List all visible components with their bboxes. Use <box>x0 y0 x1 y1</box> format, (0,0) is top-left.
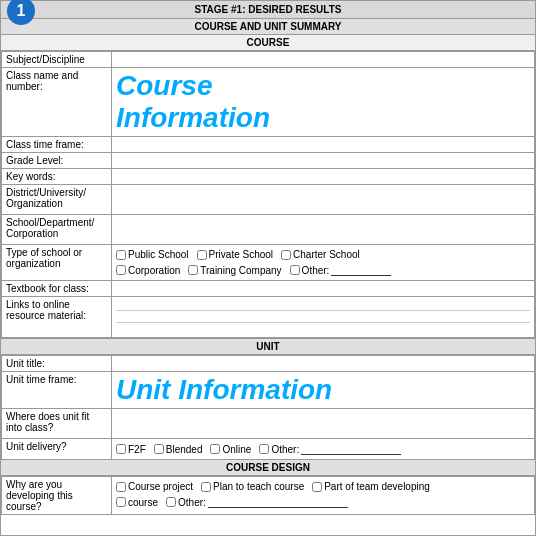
table-row: Subject/Discipline <box>2 52 535 68</box>
course-table: Subject/Discipline Class name andnumber:… <box>1 51 535 338</box>
table-row: Key words: <box>2 169 535 185</box>
unit-table: Unit title: Unit time frame: Unit Inform… <box>1 355 535 460</box>
other-delivery-label: Other: <box>271 444 299 455</box>
unit-timeframe-value[interactable]: Unit Information <box>112 372 535 409</box>
page-wrapper: 1 STAGE #1: DESIRED RESULTS COURSE AND U… <box>0 0 536 536</box>
subject-value[interactable] <box>112 52 535 68</box>
f2f-option[interactable]: F2F <box>116 444 146 455</box>
main-content: COURSE AND UNIT SUMMARY COURSE Subject/D… <box>0 19 536 536</box>
training-company-option[interactable]: Training Company <box>188 265 281 276</box>
links-value[interactable] <box>112 297 535 338</box>
table-row: Type of school ororganization Public Sch… <box>2 245 535 281</box>
type-row2: Corporation Training Company Other: <box>116 262 530 278</box>
other-why-option[interactable]: Other: <box>166 496 348 508</box>
keywords-label: Key words: <box>2 169 112 185</box>
type-label: Type of school ororganization <box>2 245 112 281</box>
unit-title-value[interactable] <box>112 356 535 372</box>
why-value: Course project Plan to teach course Part… <box>112 477 535 515</box>
stage-bar: 1 STAGE #1: DESIRED RESULTS <box>0 0 536 19</box>
keywords-value[interactable] <box>112 169 535 185</box>
course-sub-header: COURSE <box>1 35 535 51</box>
unit-timeframe-label: Unit time frame: <box>2 372 112 409</box>
table-row: Where does unit fitinto class? <box>2 409 535 439</box>
online-option[interactable]: Online <box>210 444 251 455</box>
other-why-label: Other: <box>178 497 206 508</box>
public-school-option[interactable]: Public School <box>116 249 189 260</box>
grade-label: Grade Level: <box>2 153 112 169</box>
course-cont-option[interactable]: course <box>116 497 158 508</box>
plan-to-teach-option[interactable]: Plan to teach course <box>201 481 304 492</box>
course-info-watermark: CourseInformation <box>116 70 270 133</box>
classname-label: Class name andnumber: <box>2 68 112 137</box>
section-header: COURSE AND UNIT SUMMARY <box>1 19 535 35</box>
table-row: Class name andnumber: CourseInformation <box>2 68 535 137</box>
private-school-checkbox[interactable] <box>197 250 207 260</box>
why-row1: Course project Plan to teach course Part… <box>116 479 530 494</box>
charter-school-label: Charter School <box>293 249 360 260</box>
unit-info-watermark: Unit Information <box>116 374 332 405</box>
unit-header: UNIT <box>1 338 535 355</box>
other-school-option[interactable]: Other: <box>290 264 392 276</box>
f2f-label: F2F <box>128 444 146 455</box>
other-delivery-option[interactable]: Other: <box>259 443 401 455</box>
textbook-label: Textbook for class: <box>2 281 112 297</box>
table-row: Grade Level: <box>2 153 535 169</box>
other-delivery-blank <box>301 443 401 455</box>
course-cont-label: course <box>128 497 158 508</box>
charter-school-option[interactable]: Charter School <box>281 249 360 260</box>
other-school-blank <box>331 264 391 276</box>
subject-label: Subject/Discipline <box>2 52 112 68</box>
school-value[interactable] <box>112 215 535 245</box>
timeframe-label: Class time frame: <box>2 137 112 153</box>
corporation-checkbox[interactable] <box>116 265 126 275</box>
table-row: District/University/Organization <box>2 185 535 215</box>
course-design-table: Why are youdeveloping thiscourse? Course… <box>1 476 535 515</box>
other-delivery-checkbox[interactable] <box>259 444 269 454</box>
other-why-checkbox[interactable] <box>166 497 176 507</box>
textbook-value[interactable] <box>112 281 535 297</box>
unit-fit-value[interactable] <box>112 409 535 439</box>
other-why-blank <box>208 496 348 508</box>
training-company-checkbox[interactable] <box>188 265 198 275</box>
table-row: Unit title: <box>2 356 535 372</box>
private-school-label: Private School <box>209 249 273 260</box>
course-cont-checkbox[interactable] <box>116 497 126 507</box>
district-label: District/University/Organization <box>2 185 112 215</box>
blended-label: Blended <box>166 444 203 455</box>
online-checkbox[interactable] <box>210 444 220 454</box>
plan-to-teach-label: Plan to teach course <box>213 481 304 492</box>
table-row: Why are youdeveloping thiscourse? Course… <box>2 477 535 515</box>
school-label: School/Department/Corporation <box>2 215 112 245</box>
part-of-team-checkbox[interactable] <box>312 482 322 492</box>
table-row: Unit time frame: Unit Information <box>2 372 535 409</box>
course-project-label: Course project <box>128 481 193 492</box>
why-row2: course Other: <box>116 494 530 510</box>
blended-checkbox[interactable] <box>154 444 164 454</box>
training-company-label: Training Company <box>200 265 281 276</box>
table-row: Unit delivery? F2F Blended O <box>2 439 535 460</box>
part-of-team-label: Part of team developing <box>324 481 430 492</box>
corporation-label: Corporation <box>128 265 180 276</box>
online-label: Online <box>222 444 251 455</box>
table-row: School/Department/Corporation <box>2 215 535 245</box>
plan-to-teach-checkbox[interactable] <box>201 482 211 492</box>
part-of-team-option[interactable]: Part of team developing <box>312 481 430 492</box>
timeframe-value[interactable] <box>112 137 535 153</box>
charter-school-checkbox[interactable] <box>281 250 291 260</box>
course-project-checkbox[interactable] <box>116 482 126 492</box>
unit-fit-label: Where does unit fitinto class? <box>2 409 112 439</box>
stage-title: STAGE #1: DESIRED RESULTS <box>195 4 342 15</box>
links-label: Links to onlineresource material: <box>2 297 112 338</box>
district-value[interactable] <box>112 185 535 215</box>
corporation-option[interactable]: Corporation <box>116 265 180 276</box>
private-school-option[interactable]: Private School <box>197 249 273 260</box>
classname-value[interactable]: CourseInformation <box>112 68 535 137</box>
type-row1: Public School Private School Charter Sch… <box>116 247 530 262</box>
public-school-checkbox[interactable] <box>116 250 126 260</box>
course-project-option[interactable]: Course project <box>116 481 193 492</box>
f2f-checkbox[interactable] <box>116 444 126 454</box>
blended-option[interactable]: Blended <box>154 444 203 455</box>
other-school-label: Other: <box>302 265 330 276</box>
grade-value[interactable] <box>112 153 535 169</box>
other-school-checkbox[interactable] <box>290 265 300 275</box>
